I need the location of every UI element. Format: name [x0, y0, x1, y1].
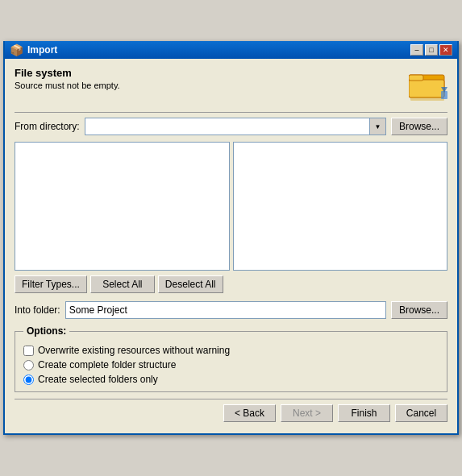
finish-button[interactable]: Finish — [338, 404, 390, 422]
overwrite-checkbox[interactable] — [23, 346, 34, 356]
dialog-title: Import — [27, 44, 57, 56]
directory-input[interactable] — [85, 118, 370, 135]
panel-buttons-row: Filter Types... Select All Deselect All — [15, 275, 447, 293]
selected-folders-radio[interactable] — [23, 375, 34, 385]
title-bar-buttons: – □ ✕ — [410, 44, 452, 56]
overwrite-label: Overwrite existing resources without war… — [38, 345, 230, 356]
header-section: File system Source must not be empty. — [15, 67, 447, 101]
svg-rect-1 — [409, 80, 444, 97]
into-folder-input[interactable] — [65, 301, 386, 319]
cancel-button[interactable]: Cancel — [395, 404, 447, 422]
from-directory-label: From directory: — [15, 121, 80, 132]
selected-folders-label: Create selected folders only — [38, 374, 158, 385]
options-legend: Options: — [23, 325, 69, 337]
directory-dropdown-arrow[interactable]: ▼ — [370, 118, 386, 135]
into-folder-row: Into folder: Browse... — [15, 301, 447, 319]
select-all-button[interactable]: Select All — [90, 275, 155, 293]
dialog-icon: 📦 — [10, 43, 23, 56]
into-folder-label: Into folder: — [15, 304, 60, 316]
panels-row — [15, 142, 447, 271]
from-directory-row: From directory: ▼ Browse... — [15, 118, 447, 135]
svg-rect-2 — [409, 75, 423, 81]
svg-rect-3 — [410, 97, 444, 101]
into-folder-browse-button[interactable]: Browse... — [391, 301, 447, 319]
minimize-button[interactable]: – — [410, 44, 423, 56]
title-bar: 📦 Import – □ ✕ — [5, 41, 457, 59]
title-bar-text: 📦 Import — [10, 43, 57, 56]
folder-icon — [409, 67, 447, 101]
header-divider — [15, 112, 447, 113]
header-text: File system Source must not be empty. — [15, 67, 120, 90]
options-group: Options: Overwrite existing resources wi… — [15, 325, 447, 392]
back-button[interactable]: < Back — [223, 404, 276, 422]
section-title: File system — [15, 67, 120, 79]
complete-folder-radio[interactable] — [23, 360, 34, 370]
next-button[interactable]: Next > — [281, 404, 333, 422]
dialog-body: File system Source must not be empty. Fr… — [5, 59, 457, 433]
footer-buttons: < Back Next > Finish Cancel — [15, 399, 447, 425]
import-dialog: 📦 Import – □ ✕ File system Source must n… — [3, 41, 459, 435]
option-complete-folder: Create complete folder structure — [23, 359, 439, 370]
file-tree-panel[interactable] — [15, 142, 230, 271]
close-button[interactable]: ✕ — [439, 44, 452, 56]
deselect-all-button[interactable]: Deselect All — [158, 275, 223, 293]
option-selected-folders: Create selected folders only — [23, 374, 439, 385]
section-subtitle: Source must not be empty. — [15, 81, 120, 90]
directory-combo: ▼ — [85, 118, 386, 135]
complete-folder-label: Create complete folder structure — [38, 359, 176, 370]
filter-types-button[interactable]: Filter Types... — [15, 275, 87, 293]
maximize-button[interactable]: □ — [425, 44, 438, 56]
directory-browse-button[interactable]: Browse... — [391, 118, 447, 135]
option-overwrite: Overwrite existing resources without war… — [23, 345, 439, 356]
file-list-panel[interactable] — [233, 142, 448, 271]
